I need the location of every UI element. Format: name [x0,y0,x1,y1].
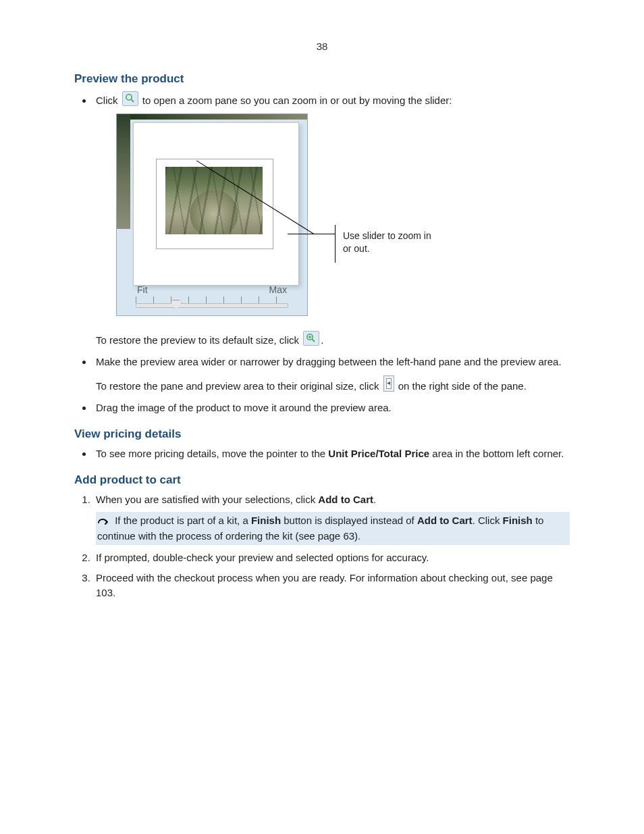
collapse-pane-icon [383,375,394,392]
text: area in the bottom left corner. [429,448,564,459]
bold-text: Unit Price/Total Price [328,448,429,459]
text: Click [96,95,121,106]
text: To restore the preview to its default si… [96,334,302,346]
callout-line [335,225,336,263]
preview-bullet-zoom: Click to open a zoom pane so you can zoo… [93,91,570,348]
zoom-label-fit: Fit [137,283,148,296]
text: button is displayed instead of [281,515,417,526]
kit-note: If the product is part of a kit, a Finis… [96,512,570,545]
preview-bullet-drag: Drag the image of the product to move it… [93,400,570,415]
background-strip-top [130,114,307,120]
document-page: 38 Preview the product Click to open a z… [0,0,644,834]
text: Make the preview area wider or narrower … [96,356,562,367]
cart-steps: When you are satisfied with your selecti… [74,492,570,600]
cart-step-2: If prompted, double-check your preview a… [93,550,570,565]
zoom-track [136,303,288,308]
svg-line-5 [312,339,315,342]
preview-bullet-list: Click to open a zoom pane so you can zoo… [74,91,570,415]
callout-text: Use slider to zoom in or out. [343,230,437,255]
callout-line [288,234,335,234]
product-photo [165,167,263,234]
text: When you are satisfied with your selecti… [96,494,318,505]
text: If prompted, double-check your preview a… [96,552,429,563]
text: To restore the pane and preview area to … [96,380,382,392]
heading-preview-product: Preview the product [74,72,570,86]
bold-text: Add to Cart [417,515,473,526]
bold-text: Finish [251,515,281,526]
text: to open a zoom pane so you can zoom in o… [142,95,452,106]
cart-step-1: When you are satisfied with your selecti… [93,492,570,546]
arrow-note-icon [97,517,109,526]
svg-point-0 [126,95,131,100]
text: Proceed with the checkout process when y… [96,572,553,598]
text: If the product is part of a kit, a [112,515,251,526]
heading-add-to-cart: Add product to cart [74,473,570,487]
text: . Click [473,515,503,526]
restore-size-text: To restore the preview to its default si… [96,331,570,348]
text: Drag the image of the product to move it… [96,402,392,413]
zoom-ticks [136,296,288,303]
zoom-pane: Fit Max [116,113,308,316]
cart-step-3: Proceed with the checkout process when y… [93,571,570,600]
text: . [373,494,376,505]
zoom-pane-figure: Fit Max Use slider to zoom in or out. [96,113,570,323]
heading-view-pricing: View pricing details [74,427,570,441]
pricing-bullet: To see more pricing details, move the po… [93,446,570,461]
pricing-bullet-list: To see more pricing details, move the po… [74,446,570,461]
page-number: 38 [74,41,570,52]
zoom-slider: Fit Max [133,283,291,309]
text: To see more pricing details, move the po… [96,448,328,459]
text: . [321,334,323,346]
magnifier-plus-icon [303,331,319,346]
bold-text: Add to Cart [318,494,373,505]
text: on the right side of the pane. [398,380,527,392]
zoom-label-max: Max [269,283,287,296]
background-strip [117,114,130,229]
magnifier-icon [122,91,138,106]
restore-pane-text: To restore the pane and preview area to … [96,375,570,394]
preview-bullet-resize: Make the preview area wider or narrower … [93,355,570,394]
bold-text: Finish [503,515,533,526]
svg-line-1 [131,99,134,102]
